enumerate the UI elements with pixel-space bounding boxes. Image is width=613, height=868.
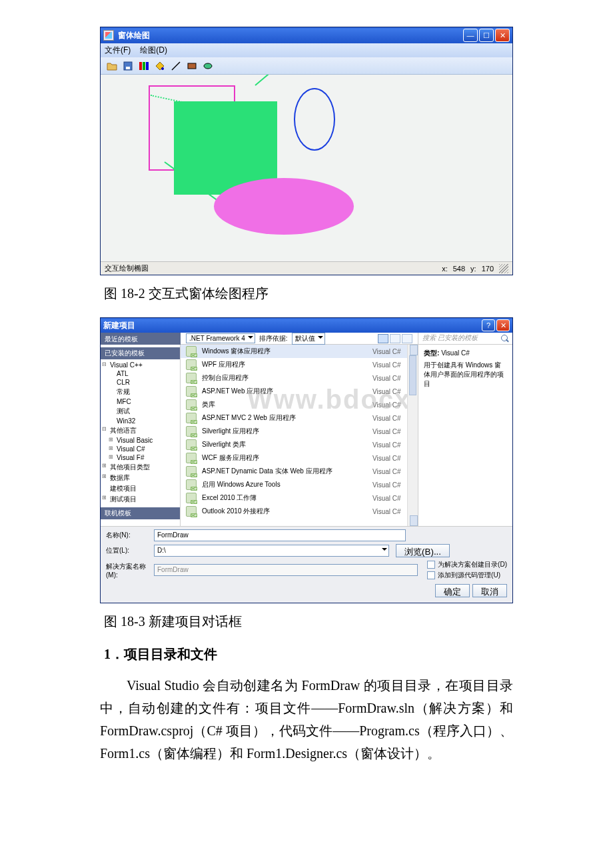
- template-row[interactable]: WPF 应用程序Visual C#: [181, 358, 418, 371]
- template-row[interactable]: Outlook 2010 外接程序Visual C#: [181, 505, 418, 518]
- menu-draw[interactable]: 绘图(D): [140, 45, 167, 56]
- scroll-thumb[interactable]: [409, 355, 416, 395]
- template-row[interactable]: Silverlight 应用程序Visual C#: [181, 425, 418, 438]
- info-description: 用于创建具有 Windows 窗体用户界面的应用程序的项目: [424, 361, 507, 389]
- toolbar: [101, 57, 512, 75]
- titlebar[interactable]: 窗体绘图 — ☐ ✕: [101, 27, 512, 43]
- view-small-icon[interactable]: [378, 334, 388, 343]
- template-name: WCF 服务应用程序: [202, 453, 372, 463]
- tree-item[interactable]: Visual C++: [101, 361, 180, 369]
- figure-caption-1: 图 18-2 交互式窗体绘图程序: [104, 285, 513, 303]
- template-row[interactable]: Windows 窗体应用程序Visual C#: [181, 345, 418, 358]
- coord-x-label: x:: [439, 265, 450, 273]
- svg-rect-1: [126, 67, 130, 69]
- tree-item[interactable]: 数据库: [101, 473, 180, 483]
- template-row[interactable]: WCF 服务应用程序Visual C#: [181, 451, 418, 465]
- template-lang: Visual C#: [372, 375, 412, 382]
- browse-button[interactable]: 浏览(B)...: [396, 544, 450, 557]
- tree-item[interactable]: 测试项目: [101, 494, 180, 505]
- svg-line-6: [172, 62, 180, 70]
- template-row[interactable]: Excel 2010 工作簿Visual C#: [181, 491, 418, 505]
- menu-file[interactable]: 文件(F): [105, 45, 131, 56]
- cancel-button[interactable]: 取消: [472, 584, 507, 597]
- view-large-icon[interactable]: [402, 334, 412, 343]
- online-templates-header[interactable]: 联机模板: [101, 507, 180, 519]
- template-icon: [186, 426, 197, 437]
- template-row[interactable]: ASP.NET Dynamic Data 实体 Web 应用程序Visual C…: [181, 465, 418, 478]
- close-button[interactable]: ✕: [495, 29, 510, 42]
- template-name: ASP.NET Dynamic Data 实体 Web 应用程序: [202, 467, 372, 476]
- template-row[interactable]: ASP.NET MVC 2 Web 应用程序Visual C#: [181, 411, 418, 425]
- template-name: WPF 应用程序: [202, 360, 372, 369]
- dialog-bottom-panel: 名称(N): FormDraw 位置(L): D:\ 浏览(B)... 解决方案…: [101, 526, 512, 603]
- save-icon[interactable]: [121, 59, 135, 73]
- coord-x: 548: [450, 265, 468, 273]
- search-icon[interactable]: [500, 334, 510, 343]
- svg-point-8: [204, 63, 212, 69]
- ellipse-icon[interactable]: [201, 59, 215, 73]
- open-icon[interactable]: [105, 59, 119, 73]
- installed-templates-header[interactable]: 已安装的模板: [101, 347, 180, 359]
- sort-dropdown[interactable]: 默认值: [292, 333, 325, 345]
- create-dir-checkbox[interactable]: 为解决方案创建目录(D): [427, 560, 507, 569]
- template-icon: [186, 386, 197, 397]
- help-button[interactable]: ?: [482, 319, 495, 331]
- tree-item[interactable]: Win32: [101, 417, 180, 425]
- template-info-panel: 类型: Visual C# 用于创建具有 Windows 窗体用户界面的应用程序…: [418, 345, 512, 526]
- solution-name-input[interactable]: FormDraw: [154, 564, 418, 576]
- fill-icon[interactable]: [153, 59, 167, 73]
- view-medium-icon[interactable]: [390, 334, 400, 343]
- template-lang: Visual C#: [372, 348, 412, 355]
- ok-button[interactable]: 确定: [435, 584, 470, 597]
- dialog-titlebar[interactable]: 新建项目 ? ✕: [101, 318, 512, 333]
- tree-item[interactable]: MFC: [101, 397, 180, 406]
- tree-item[interactable]: ATL: [101, 369, 180, 378]
- framework-dropdown[interactable]: .NET Framework 4: [186, 333, 255, 343]
- scrollbar-vertical[interactable]: [407, 345, 418, 526]
- recent-templates-header[interactable]: 最近的模板: [101, 333, 181, 345]
- rect-icon[interactable]: [185, 59, 199, 73]
- tree-item[interactable]: 建模项目: [101, 483, 180, 494]
- dialog-header-row: 最近的模板 .NET Framework 4 排序依据: 默认值 搜索 已安装的…: [101, 333, 512, 345]
- template-name: Windows 窗体应用程序: [202, 347, 372, 356]
- template-row[interactable]: 启用 Windows Azure ToolsVisual C#: [181, 478, 418, 491]
- status-text: 交互绘制椭圆: [105, 263, 439, 273]
- new-project-dialog: 新建项目 ? ✕ 最近的模板 .NET Framework 4 排序依据: 默认…: [100, 317, 513, 603]
- drawing-canvas[interactable]: [101, 75, 512, 261]
- template-icon: [186, 479, 197, 490]
- tree-item[interactable]: CLR: [101, 378, 180, 387]
- template-lang: Visual C#: [372, 508, 412, 515]
- location-label: 位置(L):: [106, 546, 150, 555]
- tree-item[interactable]: 其他语言: [101, 425, 180, 436]
- tree-item[interactable]: Visual F#: [101, 453, 180, 462]
- search-input[interactable]: 搜索 已安装的模板: [421, 333, 498, 344]
- dialog-close-button[interactable]: ✕: [496, 319, 510, 331]
- tree-item[interactable]: Visual C#: [101, 445, 180, 453]
- tree-item[interactable]: 测试: [101, 406, 180, 417]
- template-lang: Visual C#: [372, 481, 412, 489]
- status-bar: 交互绘制椭圆 x: 548 y: 170: [101, 261, 512, 275]
- tree-item[interactable]: Visual Basic: [101, 436, 180, 445]
- template-row[interactable]: ASP.NET Web 应用程序Visual C#: [181, 385, 418, 398]
- maximize-button[interactable]: ☐: [479, 29, 494, 42]
- template-row[interactable]: 类库Visual C#: [181, 398, 418, 411]
- svg-point-5: [161, 67, 164, 70]
- blank-tool[interactable]: [217, 59, 231, 73]
- minimize-button[interactable]: —: [463, 29, 478, 42]
- name-input[interactable]: FormDraw: [154, 529, 406, 541]
- tree-item[interactable]: 其他项目类型: [101, 462, 180, 473]
- coord-y-label: y:: [468, 265, 479, 273]
- source-control-checkbox[interactable]: 添加到源代码管理(U): [427, 571, 507, 580]
- template-name: Excel 2010 工作簿: [202, 493, 372, 503]
- tree-item[interactable]: 常规: [101, 387, 180, 397]
- line-icon[interactable]: [169, 59, 183, 73]
- template-row[interactable]: Silverlight 类库Visual C#: [181, 438, 418, 451]
- location-input[interactable]: D:\: [154, 545, 389, 557]
- template-name: 类库: [202, 400, 372, 409]
- shape-ellipse-outline: [294, 88, 335, 151]
- template-row[interactable]: 控制台应用程序Visual C#: [181, 371, 418, 385]
- coord-y: 170: [479, 265, 496, 273]
- template-icon: [186, 439, 197, 450]
- color-icon[interactable]: [137, 59, 151, 73]
- resize-grip-icon[interactable]: [499, 264, 508, 273]
